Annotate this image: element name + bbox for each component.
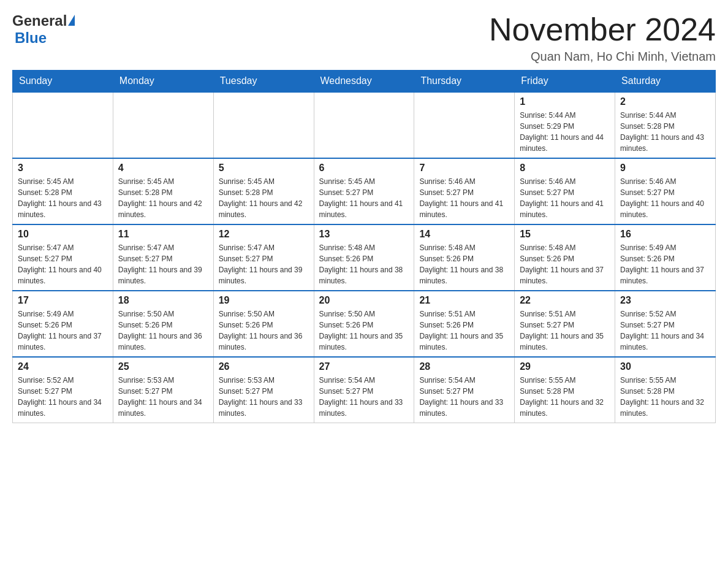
day-info: Sunrise: 5:46 AM Sunset: 5:27 PM Dayligh…	[520, 176, 610, 220]
page-header: General Blue November 2024 Quan Nam, Ho …	[12, 12, 716, 64]
calendar-cell: 17Sunrise: 5:49 AM Sunset: 5:26 PM Dayli…	[13, 291, 113, 357]
calendar-cell	[213, 92, 314, 158]
title-area: November 2024 Quan Nam, Ho Chi Minh, Vie…	[489, 12, 716, 64]
day-number: 5	[219, 163, 309, 174]
calendar-cell: 28Sunrise: 5:54 AM Sunset: 5:27 PM Dayli…	[414, 357, 515, 423]
day-number: 9	[620, 163, 710, 174]
calendar-cell: 19Sunrise: 5:50 AM Sunset: 5:26 PM Dayli…	[213, 291, 314, 357]
calendar-cell: 29Sunrise: 5:55 AM Sunset: 5:28 PM Dayli…	[515, 357, 615, 423]
calendar-cell: 22Sunrise: 5:51 AM Sunset: 5:27 PM Dayli…	[515, 291, 615, 357]
day-info: Sunrise: 5:44 AM Sunset: 5:28 PM Dayligh…	[620, 110, 710, 154]
day-number: 15	[520, 229, 610, 240]
calendar-cell: 5Sunrise: 5:45 AM Sunset: 5:28 PM Daylig…	[213, 158, 314, 224]
day-info: Sunrise: 5:51 AM Sunset: 5:27 PM Dayligh…	[520, 308, 610, 353]
day-header-friday: Friday	[515, 71, 615, 93]
calendar-cell: 4Sunrise: 5:45 AM Sunset: 5:28 PM Daylig…	[113, 158, 213, 224]
day-info: Sunrise: 5:46 AM Sunset: 5:27 PM Dayligh…	[620, 176, 710, 220]
day-info: Sunrise: 5:48 AM Sunset: 5:26 PM Dayligh…	[319, 242, 409, 286]
day-number: 21	[419, 295, 509, 306]
calendar-header-row: SundayMondayTuesdayWednesdayThursdayFrid…	[13, 71, 716, 93]
calendar-cell	[414, 92, 515, 158]
day-number: 4	[118, 163, 208, 174]
day-number: 10	[18, 229, 108, 240]
day-header-sunday: Sunday	[13, 71, 113, 93]
day-header-wednesday: Wednesday	[314, 71, 414, 93]
calendar-cell: 3Sunrise: 5:45 AM Sunset: 5:28 PM Daylig…	[13, 158, 113, 224]
day-number: 6	[319, 163, 409, 174]
day-header-saturday: Saturday	[615, 71, 716, 93]
day-info: Sunrise: 5:48 AM Sunset: 5:26 PM Dayligh…	[520, 242, 610, 286]
calendar-cell: 20Sunrise: 5:50 AM Sunset: 5:26 PM Dayli…	[314, 291, 414, 357]
day-number: 26	[219, 361, 309, 372]
day-info: Sunrise: 5:49 AM Sunset: 5:26 PM Dayligh…	[18, 308, 108, 353]
day-info: Sunrise: 5:44 AM Sunset: 5:29 PM Dayligh…	[520, 110, 610, 154]
day-info: Sunrise: 5:50 AM Sunset: 5:26 PM Dayligh…	[118, 308, 208, 353]
calendar-week-row: 17Sunrise: 5:49 AM Sunset: 5:26 PM Dayli…	[13, 291, 716, 357]
day-header-monday: Monday	[113, 71, 213, 93]
day-info: Sunrise: 5:50 AM Sunset: 5:26 PM Dayligh…	[319, 308, 409, 353]
calendar-cell	[13, 92, 113, 158]
day-header-thursday: Thursday	[414, 71, 515, 93]
calendar-cell: 6Sunrise: 5:45 AM Sunset: 5:27 PM Daylig…	[314, 158, 414, 224]
day-info: Sunrise: 5:53 AM Sunset: 5:27 PM Dayligh…	[219, 375, 309, 419]
calendar-week-row: 1Sunrise: 5:44 AM Sunset: 5:29 PM Daylig…	[13, 92, 716, 158]
day-info: Sunrise: 5:47 AM Sunset: 5:27 PM Dayligh…	[118, 242, 208, 286]
calendar-week-row: 3Sunrise: 5:45 AM Sunset: 5:28 PM Daylig…	[13, 158, 716, 224]
logo-blue-text: Blue	[15, 29, 47, 46]
location-subtitle: Quan Nam, Ho Chi Minh, Vietnam	[489, 50, 716, 64]
day-number: 1	[520, 96, 610, 107]
day-info: Sunrise: 5:51 AM Sunset: 5:26 PM Dayligh…	[419, 308, 509, 353]
day-info: Sunrise: 5:53 AM Sunset: 5:27 PM Dayligh…	[118, 375, 208, 419]
month-title: November 2024	[489, 12, 716, 47]
day-info: Sunrise: 5:45 AM Sunset: 5:28 PM Dayligh…	[219, 176, 309, 220]
day-number: 2	[620, 96, 710, 107]
day-number: 12	[219, 229, 309, 240]
calendar-cell: 24Sunrise: 5:52 AM Sunset: 5:27 PM Dayli…	[13, 357, 113, 423]
day-info: Sunrise: 5:55 AM Sunset: 5:28 PM Dayligh…	[520, 375, 610, 419]
logo: General Blue	[12, 12, 75, 47]
calendar-table: SundayMondayTuesdayWednesdayThursdayFrid…	[12, 70, 716, 423]
calendar-cell: 11Sunrise: 5:47 AM Sunset: 5:27 PM Dayli…	[113, 224, 213, 291]
day-number: 27	[319, 361, 409, 372]
day-info: Sunrise: 5:54 AM Sunset: 5:27 PM Dayligh…	[419, 375, 509, 419]
day-number: 25	[118, 361, 208, 372]
calendar-cell: 2Sunrise: 5:44 AM Sunset: 5:28 PM Daylig…	[615, 92, 716, 158]
day-number: 17	[18, 295, 108, 306]
day-info: Sunrise: 5:54 AM Sunset: 5:27 PM Dayligh…	[319, 375, 409, 419]
day-info: Sunrise: 5:45 AM Sunset: 5:27 PM Dayligh…	[319, 176, 409, 220]
day-info: Sunrise: 5:47 AM Sunset: 5:27 PM Dayligh…	[219, 242, 309, 286]
calendar-cell: 7Sunrise: 5:46 AM Sunset: 5:27 PM Daylig…	[414, 158, 515, 224]
day-number: 22	[520, 295, 610, 306]
logo-triangle-icon	[68, 15, 75, 26]
day-number: 14	[419, 229, 509, 240]
calendar-cell: 12Sunrise: 5:47 AM Sunset: 5:27 PM Dayli…	[213, 224, 314, 291]
day-info: Sunrise: 5:48 AM Sunset: 5:26 PM Dayligh…	[419, 242, 509, 286]
day-number: 24	[18, 361, 108, 372]
calendar-cell: 26Sunrise: 5:53 AM Sunset: 5:27 PM Dayli…	[213, 357, 314, 423]
day-number: 23	[620, 295, 710, 306]
calendar-cell: 13Sunrise: 5:48 AM Sunset: 5:26 PM Dayli…	[314, 224, 414, 291]
day-number: 18	[118, 295, 208, 306]
calendar-cell: 21Sunrise: 5:51 AM Sunset: 5:26 PM Dayli…	[414, 291, 515, 357]
calendar-cell: 30Sunrise: 5:55 AM Sunset: 5:28 PM Dayli…	[615, 357, 716, 423]
day-info: Sunrise: 5:52 AM Sunset: 5:27 PM Dayligh…	[18, 375, 108, 419]
calendar-cell	[113, 92, 213, 158]
day-info: Sunrise: 5:47 AM Sunset: 5:27 PM Dayligh…	[18, 242, 108, 286]
day-info: Sunrise: 5:50 AM Sunset: 5:26 PM Dayligh…	[219, 308, 309, 353]
calendar-cell: 10Sunrise: 5:47 AM Sunset: 5:27 PM Dayli…	[13, 224, 113, 291]
day-number: 8	[520, 163, 610, 174]
day-number: 19	[219, 295, 309, 306]
day-info: Sunrise: 5:45 AM Sunset: 5:28 PM Dayligh…	[118, 176, 208, 220]
day-info: Sunrise: 5:49 AM Sunset: 5:26 PM Dayligh…	[620, 242, 710, 286]
calendar-cell: 8Sunrise: 5:46 AM Sunset: 5:27 PM Daylig…	[515, 158, 615, 224]
day-info: Sunrise: 5:55 AM Sunset: 5:28 PM Dayligh…	[620, 375, 710, 419]
calendar-cell: 25Sunrise: 5:53 AM Sunset: 5:27 PM Dayli…	[113, 357, 213, 423]
logo-general-text: General	[12, 12, 67, 29]
day-number: 16	[620, 229, 710, 240]
day-number: 7	[419, 163, 509, 174]
calendar-cell: 27Sunrise: 5:54 AM Sunset: 5:27 PM Dayli…	[314, 357, 414, 423]
calendar-cell: 9Sunrise: 5:46 AM Sunset: 5:27 PM Daylig…	[615, 158, 716, 224]
calendar-week-row: 24Sunrise: 5:52 AM Sunset: 5:27 PM Dayli…	[13, 357, 716, 423]
calendar-cell: 23Sunrise: 5:52 AM Sunset: 5:27 PM Dayli…	[615, 291, 716, 357]
calendar-week-row: 10Sunrise: 5:47 AM Sunset: 5:27 PM Dayli…	[13, 224, 716, 291]
